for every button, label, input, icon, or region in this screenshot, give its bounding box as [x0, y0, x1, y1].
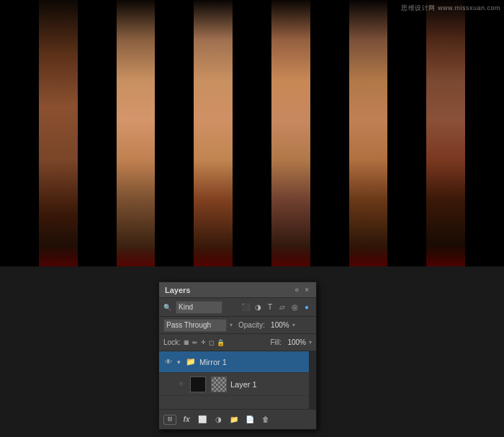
layer-item-1[interactable]: 👁 Layer 1 [159, 373, 316, 396]
lock-row: Lock: ▦ ✏ ✛ ◻ 🔒 Fill: 100% ▾ [159, 334, 316, 351]
layers-panel: Layers « × 🔍 Kind Name Effect Mode ⬛ ◑ T… [158, 281, 317, 430]
group-layer-name: Mirror 1 [199, 358, 227, 366]
stripe-12 [426, 0, 465, 266]
close-button[interactable]: × [303, 286, 310, 294]
fill-label: Fill: [270, 338, 282, 346]
layer-visibility-icon-0[interactable]: 👁 [163, 358, 174, 366]
layer-thumb-black [190, 377, 206, 392]
scrollbar[interactable] [309, 351, 316, 409]
filter-search-icon: 🔍 [163, 304, 171, 311]
panel-footer: ⛓ fx ⬜ ◑ 📁 📄 🗑 [159, 409, 316, 429]
filter-row: 🔍 Kind Name Effect Mode ⬛ ◑ T ▱ ◎ ● [159, 298, 316, 317]
lock-transparency-icon[interactable]: ▦ [184, 339, 189, 346]
adjustment-layer-button[interactable]: ◑ [212, 415, 224, 423]
opacity-label: Opacity: [238, 321, 265, 329]
stripe-11 [387, 0, 426, 266]
layers-list: 👁 ▾ 📁 Mirror 1 👁 Layer 1 [159, 351, 316, 409]
stripe-3 [78, 0, 117, 266]
filter-select[interactable]: Kind Name Effect Mode [176, 301, 222, 314]
blend-mode-select[interactable]: Pass Through Normal Multiply Screen Over… [163, 319, 227, 332]
layers-empty-space [159, 396, 316, 403]
add-mask-button[interactable]: ⬜ [197, 415, 208, 423]
folder-icon: 📁 [186, 357, 196, 366]
opacity-value[interactable]: 100% [268, 321, 289, 329]
collapse-button[interactable]: « [294, 286, 301, 294]
stripe-6 [194, 0, 233, 266]
filter-icons: ⬛ ◑ T ▱ ◎ ● [240, 303, 312, 311]
stripe-10 [349, 0, 388, 266]
blend-mode-arrow: ▾ [230, 322, 233, 328]
filter-toggle-icon[interactable]: ● [302, 303, 312, 311]
stripe-1 [0, 0, 39, 266]
fill-value[interactable]: 100% [284, 338, 306, 346]
stripe-4 [117, 0, 156, 266]
layer-visibility-icon-1[interactable]: 👁 [176, 380, 186, 388]
smart-filter-icon[interactable]: ◎ [289, 303, 300, 311]
adjustment-filter-icon[interactable]: ◑ [253, 303, 263, 311]
new-layer-button[interactable]: 📄 [244, 415, 256, 423]
stripe-9 [310, 0, 349, 266]
layer-thumb-checkerboard [211, 377, 227, 392]
stripe-5 [155, 0, 194, 266]
fx-button[interactable]: fx [181, 415, 192, 423]
layer-name-1: Layer 1 [230, 380, 257, 389]
panel-controls: « × [294, 286, 310, 294]
canvas-area: 思维设计网 www.missxuan.com [0, 0, 504, 266]
opacity-arrow: ▾ [292, 322, 295, 328]
watermark: 思维设计网 www.missxuan.com [401, 4, 500, 13]
stripe-7 [233, 0, 271, 266]
layer-group-mirror1[interactable]: 👁 ▾ 📁 Mirror 1 [159, 351, 316, 373]
lock-all-icon[interactable]: 🔒 [217, 339, 225, 346]
link-layers-button[interactable]: ⛓ [163, 415, 176, 425]
pixel-filter-icon[interactable]: ⬛ [240, 303, 251, 311]
new-group-button[interactable]: 📁 [228, 415, 240, 423]
lock-paint-icon[interactable]: ✏ [192, 339, 198, 346]
lock-artboard-icon[interactable]: ◻ [209, 339, 214, 346]
lock-position-icon[interactable]: ✛ [201, 339, 206, 346]
fill-arrow: ▾ [309, 339, 312, 346]
blend-mode-row: Pass Through Normal Multiply Screen Over… [159, 317, 316, 334]
lock-label: Lock: [163, 338, 181, 346]
lock-icons: ▦ ✏ ✛ ◻ 🔒 [184, 339, 225, 346]
stripe-8 [271, 0, 310, 266]
stripe-13 [465, 0, 504, 266]
group-expand-arrow[interactable]: ▾ [177, 359, 181, 366]
stripe-2 [39, 0, 78, 266]
panel-title: Layers [165, 286, 190, 294]
delete-layer-button[interactable]: 🗑 [260, 415, 271, 423]
panel-header: Layers « × [159, 282, 316, 298]
shape-filter-icon[interactable]: ▱ [277, 303, 287, 311]
type-filter-icon[interactable]: T [265, 303, 275, 311]
canvas-image [0, 0, 504, 266]
